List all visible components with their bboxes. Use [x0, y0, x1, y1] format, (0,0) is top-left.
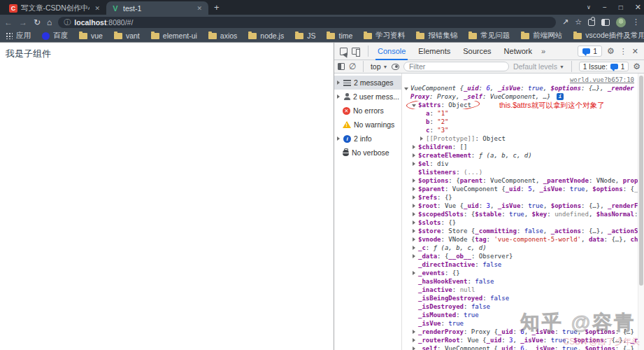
console-text: _self	[464, 92, 482, 101]
device-toolbar-icon[interactable]	[352, 48, 360, 55]
inspect-element-icon[interactable]	[340, 48, 348, 55]
disclosure-triangle[interactable]	[413, 153, 415, 158]
disclosure-triangle[interactable]	[337, 94, 340, 99]
disclosure-triangle[interactable]	[413, 220, 415, 225]
log-levels-dropdown[interactable]: Default levels▼	[513, 62, 564, 71]
bookmark-item[interactable]: axios	[208, 31, 238, 40]
console-text: true	[528, 202, 543, 210]
devtools-tab-sources[interactable]: Sources	[457, 43, 497, 60]
extensions-icon[interactable]	[588, 19, 595, 26]
disclosure-triangle[interactable]	[413, 330, 415, 334]
source-link[interactable]: world.vue?b657:10	[570, 76, 634, 84]
bookmark-label: vscode插件及常用...	[585, 31, 644, 41]
disclosure-triangle[interactable]	[412, 104, 416, 107]
disclosure-triangle[interactable]	[413, 162, 415, 166]
bookmark-item[interactable]: 前端网站	[521, 31, 562, 41]
clear-console-icon[interactable]: ∅	[349, 62, 356, 71]
disclosure-triangle[interactable]	[413, 212, 415, 216]
tab-search-chevron-icon[interactable]: ∨	[587, 4, 591, 10]
disclosure-triangle[interactable]	[420, 136, 423, 141]
scrollbar-thumb[interactable]	[639, 76, 643, 286]
disclosure-triangle[interactable]	[413, 178, 415, 183]
address-bar[interactable]: ⓘ localhost:8080/#/	[58, 17, 556, 28]
disclosure-triangle[interactable]	[413, 254, 415, 258]
browser-tab-1[interactable]: C写文章-CSDN创作中心✕	[4, 1, 106, 15]
bookmark-item[interactable]: time	[327, 31, 352, 40]
console-settings-gear-icon[interactable]: ⚙	[633, 62, 641, 71]
console-text: false	[490, 294, 509, 302]
bookmark-item[interactable]: element-ui	[151, 31, 197, 40]
page-info-icon[interactable]: ⓘ	[64, 18, 71, 27]
console-text: :	[554, 344, 562, 350]
bookmark-item[interactable]: 常见问题	[468, 31, 510, 41]
sidebar-filter-warn[interactable]: No warnings	[334, 118, 401, 132]
disclosure-triangle[interactable]	[413, 187, 415, 191]
side-panel-icon[interactable]	[601, 19, 610, 26]
bookmark-star-icon[interactable]: ☆	[575, 18, 582, 27]
info-icon[interactable]: i	[557, 93, 564, 100]
console-text: : {}	[445, 269, 460, 277]
disclosure-triangle[interactable]	[413, 237, 415, 241]
minimize-icon[interactable]: −	[603, 4, 607, 11]
issues-badge[interactable]: 1	[578, 46, 602, 57]
disclosure-triangle[interactable]	[413, 195, 415, 200]
devtools-menu-icon[interactable]: ⋮	[620, 47, 627, 56]
disclosure-triangle[interactable]	[337, 80, 340, 85]
sidebar-filter-label: 2 user mess...	[353, 92, 399, 101]
bookmark-item[interactable]: vant	[114, 31, 140, 40]
share-icon[interactable]: ↗	[562, 18, 568, 27]
sidebar-filter-info[interactable]: i2 info	[334, 132, 401, 146]
browser-tab-2[interactable]: Vtest-1✕	[106, 1, 208, 15]
filter-input[interactable]	[403, 62, 509, 71]
disclosure-triangle[interactable]	[413, 271, 415, 275]
tab-close-icon[interactable]: ✕	[195, 5, 203, 12]
console-text: : {…},	[581, 202, 608, 210]
bookmark-item[interactable]: 报错集锦	[416, 31, 457, 41]
disclosure-triangle[interactable]	[413, 229, 415, 233]
sidebar-filter-verbose[interactable]: No verbose	[334, 146, 401, 160]
devtools-tab-elements[interactable]: Elements	[412, 43, 457, 60]
bookmark-item[interactable]: 应用	[6, 31, 31, 41]
disclosure-triangle[interactable]	[413, 338, 415, 342]
disclosure-triangle[interactable]	[413, 204, 415, 208]
devtools-tab-console[interactable]: Console	[371, 43, 412, 60]
devtools-tab-network[interactable]: Network	[498, 43, 538, 60]
sidebar-filter-user[interactable]: 2 user mess...	[334, 90, 401, 104]
console-line: a: "1"	[402, 109, 644, 118]
bookmark-item[interactable]: 百度	[42, 31, 68, 41]
console-text: :	[441, 319, 449, 328]
console-text: _isVue	[532, 328, 555, 336]
execution-context-selector[interactable]: top▼	[371, 62, 388, 71]
settings-gear-icon[interactable]: ⚙	[607, 46, 615, 56]
console-scrollbar[interactable]	[638, 74, 644, 350]
toolbar-right-icons: ↗ ☆ ⋮	[562, 18, 640, 27]
more-tabs-icon[interactable]: »	[538, 47, 548, 55]
bookmark-item[interactable]: 学习资料	[364, 31, 405, 41]
maximize-icon[interactable]: □	[619, 4, 623, 11]
disclosure-triangle[interactable]	[413, 145, 415, 149]
home-icon[interactable]: ⌂	[47, 18, 52, 27]
console-sidebar-toggle-icon[interactable]	[338, 63, 345, 70]
console-text: ,	[543, 84, 551, 92]
sidebar-filter-list[interactable]: 2 messages	[334, 76, 401, 90]
bookmark-item[interactable]: node.js	[248, 31, 284, 40]
live-expression-eye-icon[interactable]	[392, 64, 399, 70]
sidebar-filter-error[interactable]: ✕No errors	[334, 104, 401, 118]
close-window-icon[interactable]: ✕	[635, 3, 641, 12]
forward-icon[interactable]: →	[19, 18, 27, 27]
close-devtools-icon[interactable]: ✕	[632, 47, 638, 56]
tab-close-icon[interactable]: ✕	[93, 5, 101, 12]
new-tab-button[interactable]: +	[214, 2, 220, 13]
disclosure-triangle[interactable]	[404, 88, 408, 90]
disclosure-triangle[interactable]	[413, 246, 415, 250]
disclosure-triangle[interactable]	[413, 346, 415, 350]
back-icon[interactable]: ←	[4, 18, 13, 27]
reload-icon[interactable]: ↻	[34, 18, 41, 27]
bookmark-item[interactable]: JS	[295, 31, 315, 40]
browser-menu-icon[interactable]: ⋮	[632, 18, 640, 27]
profile-avatar[interactable]	[616, 18, 626, 27]
disclosure-triangle[interactable]	[337, 136, 340, 141]
issues-counter[interactable]: 1 Issue:1	[579, 62, 629, 71]
bookmark-item[interactable]: vscode插件及常用...	[573, 31, 644, 41]
bookmark-item[interactable]: vue	[79, 31, 103, 40]
